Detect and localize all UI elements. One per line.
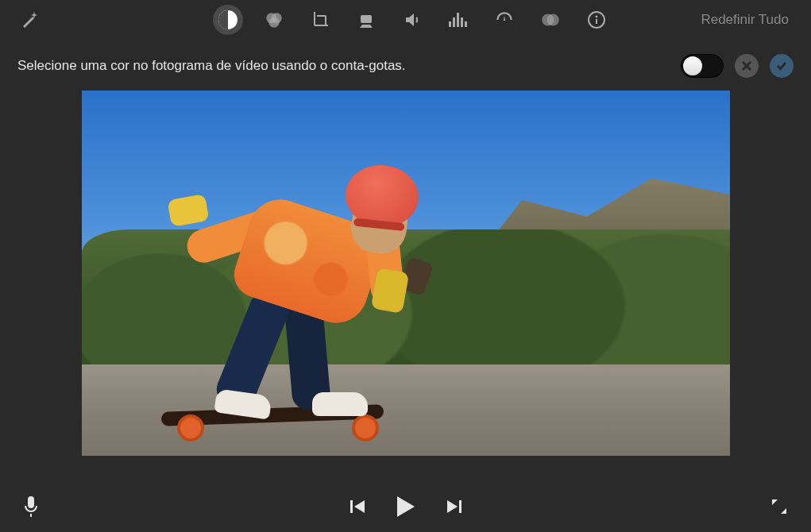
color-balance-button[interactable] [213, 5, 243, 35]
adjustment-toggle[interactable] [681, 54, 724, 78]
play-button[interactable] [395, 495, 417, 519]
volume-button[interactable] [397, 5, 427, 35]
cancel-button[interactable] [735, 54, 759, 78]
instruction-bar: Selecione uma cor no fotograma de vídeo … [0, 40, 811, 87]
video-filters-button[interactable] [535, 5, 566, 35]
svg-rect-15 [28, 496, 34, 508]
svg-rect-16 [350, 500, 353, 513]
svg-point-11 [547, 13, 559, 25]
playback-bar [0, 481, 811, 532]
noise-reduction-button[interactable] [443, 5, 473, 35]
next-frame-button[interactable] [446, 498, 463, 515]
check-icon [775, 60, 788, 72]
color-correction-button[interactable] [259, 5, 289, 35]
color-balance-icon [218, 10, 238, 30]
color-wheel-icon [264, 10, 284, 30]
svg-rect-9 [465, 21, 467, 27]
volume-icon [403, 10, 422, 29]
voiceover-record-button[interactable] [22, 495, 40, 518]
svg-rect-6 [453, 17, 455, 27]
expand-icon [770, 497, 789, 516]
play-icon [395, 495, 417, 519]
svg-rect-5 [449, 21, 451, 27]
stabilization-button[interactable] [351, 5, 381, 35]
previous-frame-button[interactable] [349, 498, 366, 515]
magic-wand-button[interactable] [14, 5, 44, 35]
close-icon [740, 60, 753, 72]
stabilize-icon [357, 10, 376, 29]
fullscreen-button[interactable] [770, 497, 789, 516]
magic-wand-icon [20, 10, 39, 29]
svg-point-3 [269, 17, 280, 28]
svg-point-13 [596, 16, 598, 18]
svg-rect-8 [461, 17, 463, 27]
speed-button[interactable] [489, 5, 519, 35]
svg-rect-4 [361, 15, 372, 23]
skip-forward-icon [446, 498, 463, 515]
adjustments-toolbar: Redefinir Tudo [0, 0, 811, 40]
equalizer-icon [448, 10, 469, 29]
video-preview[interactable] [82, 91, 730, 456]
crop-button[interactable] [305, 5, 335, 35]
crop-icon [311, 10, 330, 29]
svg-rect-7 [457, 13, 459, 27]
apply-button[interactable] [770, 54, 794, 78]
filters-icon [540, 10, 561, 30]
info-icon [587, 10, 606, 29]
microphone-icon [22, 495, 40, 518]
info-button[interactable] [581, 5, 612, 35]
reset-all-button[interactable]: Redefinir Tudo [701, 12, 789, 28]
skip-back-icon [349, 498, 366, 515]
instruction-text: Selecione uma cor no fotograma de vídeo … [17, 58, 406, 74]
svg-rect-14 [596, 19, 597, 24]
speed-icon [494, 10, 515, 30]
toggle-knob [683, 56, 702, 75]
svg-rect-17 [459, 500, 461, 513]
